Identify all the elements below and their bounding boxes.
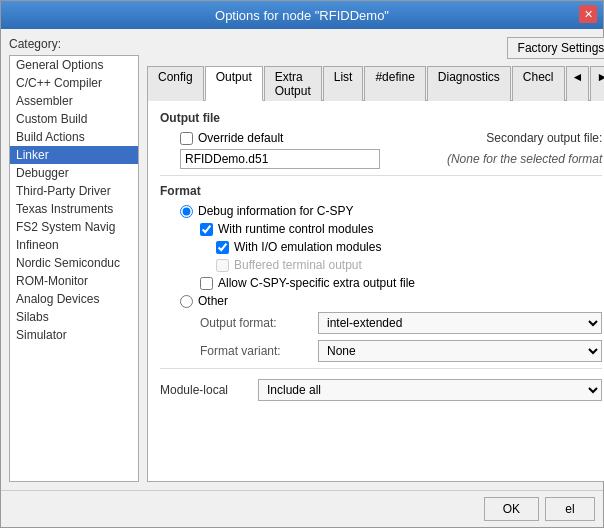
secondary-output-value: (None for the selected format [447, 152, 602, 166]
sidebar: Category: General OptionsC/C++ CompilerA… [9, 37, 139, 482]
other-radio[interactable] [180, 295, 193, 308]
tab-output[interactable]: Output [205, 66, 263, 101]
sidebar-item-linker[interactable]: Linker [10, 146, 138, 164]
sidebar-item-infineon[interactable]: Infineon [10, 236, 138, 254]
divider-1 [160, 175, 602, 176]
io-checkbox[interactable] [216, 241, 229, 254]
tab-config[interactable]: Config [147, 66, 204, 101]
tab-checksum[interactable]: Checl [512, 66, 565, 101]
sidebar-item-debugger[interactable]: Debugger [10, 164, 138, 182]
other-radio-row: Other [180, 294, 602, 308]
allow-label: Allow C-SPY-specific extra output file [218, 276, 415, 290]
buffered-label: Buffered terminal output [234, 258, 362, 272]
format-variant-row: Format variant: None [200, 340, 602, 362]
sidebar-item-analog-devices[interactable]: Analog Devices [10, 290, 138, 308]
io-label: With I/O emulation modules [234, 240, 381, 254]
secondary-output-label: Secondary output file: [486, 131, 602, 145]
debug-radio-row: Debug information for C-SPY [180, 204, 602, 218]
runtime-checkbox[interactable] [200, 223, 213, 236]
sidebar-item-silabs[interactable]: Silabs [10, 308, 138, 326]
sidebar-item-nordic-semiconducto[interactable]: Nordic Semiconduc [10, 254, 138, 272]
tab-prev-button[interactable]: ◄ [566, 66, 590, 101]
title-bar: Options for node "RFIDDemo" ✕ [1, 1, 603, 29]
sidebar-item-general-options[interactable]: General Options [10, 56, 138, 74]
module-local-row: Module-local Include all [160, 379, 602, 401]
output-format-label: Output format: [200, 316, 310, 330]
sidebar-item-texas-instruments[interactable]: Texas Instruments [10, 200, 138, 218]
tab-extra-output[interactable]: Extra Output [264, 66, 322, 101]
override-default-checkbox[interactable] [180, 132, 193, 145]
close-button[interactable]: ✕ [579, 5, 597, 23]
sidebar-item-rom-monitor[interactable]: ROM-Monitor [10, 272, 138, 290]
other-radio-label: Other [198, 294, 228, 308]
output-file-input[interactable] [180, 149, 380, 169]
override-default-label: Override default [198, 131, 283, 145]
format-variant-select[interactable]: None [318, 340, 602, 362]
sidebar-item-build-actions[interactable]: Build Actions [10, 128, 138, 146]
output-format-select[interactable]: intel-extended [318, 312, 602, 334]
divider-2 [160, 368, 602, 369]
panel-content: Output file Override default Secondary o… [147, 101, 604, 482]
factory-settings-row: Factory Settings [147, 37, 604, 59]
runtime-row: With runtime control modules [200, 222, 602, 236]
io-row: With I/O emulation modules [216, 240, 602, 254]
allow-row: Allow C-SPY-specific extra output file [200, 276, 602, 290]
sidebar-item-third-party-driver[interactable]: Third-Party Driver [10, 182, 138, 200]
tab-define[interactable]: #define [364, 66, 425, 101]
sidebar-item-cpp-compiler[interactable]: C/C++ Compiler [10, 74, 138, 92]
debug-radio-label: Debug information for C-SPY [198, 204, 353, 218]
sidebar-label: Category: [9, 37, 139, 51]
allow-checkbox[interactable] [200, 277, 213, 290]
sidebar-item-assembler[interactable]: Assembler [10, 92, 138, 110]
override-default-row: Override default Secondary output file: [180, 131, 602, 145]
module-local-select[interactable]: Include all [258, 379, 602, 401]
output-file-section-title: Output file [160, 111, 602, 125]
file-name-row: (None for the selected format [180, 149, 602, 169]
cancel-button[interactable]: el [545, 497, 595, 521]
factory-settings-button[interactable]: Factory Settings [507, 37, 604, 59]
bottom-bar: OK el [1, 490, 603, 527]
runtime-label: With runtime control modules [218, 222, 373, 236]
format-variant-label: Format variant: [200, 344, 310, 358]
tab-diagnostics[interactable]: Diagnostics [427, 66, 511, 101]
output-format-row: Output format: intel-extended [200, 312, 602, 334]
sidebar-list: General OptionsC/C++ CompilerAssemblerCu… [9, 55, 139, 482]
content-area: Category: General OptionsC/C++ CompilerA… [1, 29, 603, 490]
window-title: Options for node "RFIDDemo" [215, 8, 389, 23]
ok-button[interactable]: OK [484, 497, 539, 521]
tabs-container: Config Output Extra Output List #define … [147, 65, 604, 101]
sidebar-item-fs2-system-navi[interactable]: FS2 System Navig [10, 218, 138, 236]
sidebar-item-custom-build[interactable]: Custom Build [10, 110, 138, 128]
module-local-label: Module-local [160, 383, 250, 397]
buffered-checkbox[interactable] [216, 259, 229, 272]
main-window: Options for node "RFIDDemo" ✕ Category: … [0, 0, 604, 528]
buffered-row: Buffered terminal output [216, 258, 602, 272]
debug-radio[interactable] [180, 205, 193, 218]
main-panel: Factory Settings Config Output Extra Out… [147, 37, 604, 482]
sidebar-item-simulator[interactable]: Simulator [10, 326, 138, 344]
tab-next-button[interactable]: ► [590, 66, 604, 101]
tab-list[interactable]: List [323, 66, 364, 101]
format-section-title: Format [160, 184, 602, 198]
format-section: Format Debug information for C-SPY With … [160, 184, 602, 362]
